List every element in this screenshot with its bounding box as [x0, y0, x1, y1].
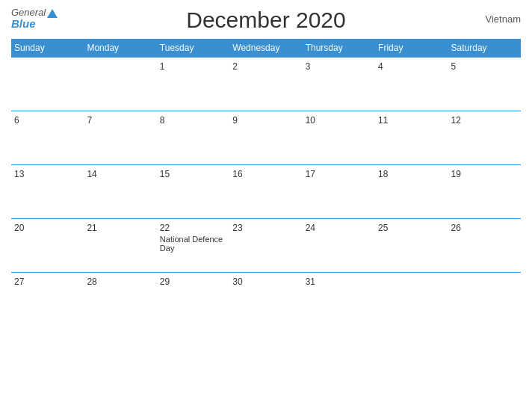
day-cell	[84, 58, 156, 111]
day-cell: 5	[448, 58, 521, 111]
day-cell: 21	[84, 219, 156, 273]
week-row-4: 202122National Defence Day23242526	[11, 219, 521, 273]
day-number: 31	[306, 276, 372, 287]
day-cell: 16	[229, 165, 302, 219]
calendar-container: General Blue December 2020 Vietnam Sunda…	[0, 0, 532, 411]
logo: General Blue	[11, 7, 58, 29]
logo-triangle-icon	[47, 9, 58, 18]
day-number: 29	[160, 276, 226, 287]
day-cell: 15	[157, 165, 229, 219]
day-cell: 8	[157, 111, 229, 165]
day-number: 24	[306, 223, 372, 233]
day-cell: 6	[11, 111, 84, 165]
weekday-header-row: Sunday Monday Tuesday Wednesday Thursday…	[11, 39, 521, 58]
day-cell: 25	[375, 219, 448, 273]
col-monday: Monday	[84, 39, 156, 58]
day-number: 8	[160, 115, 226, 126]
day-number: 15	[160, 169, 226, 179]
country-label: Vietnam	[486, 13, 521, 25]
day-number: 4	[378, 61, 445, 72]
day-number: 22	[160, 223, 226, 233]
day-number: 16	[232, 169, 299, 179]
week-row-1: 12345	[11, 58, 521, 111]
day-cell: 4	[375, 58, 448, 111]
day-number: 10	[306, 115, 372, 126]
day-number: 17	[306, 169, 372, 179]
day-cell: 30	[229, 273, 302, 318]
day-number: 7	[87, 115, 153, 126]
day-cell: 26	[448, 219, 521, 273]
day-number: 19	[451, 169, 518, 179]
calendar-table: Sunday Monday Tuesday Wednesday Thursday…	[11, 39, 521, 318]
day-cell: 1	[157, 58, 229, 111]
day-number: 30	[232, 276, 299, 287]
day-cell: 29	[157, 273, 229, 318]
day-number: 1	[160, 61, 226, 72]
day-number: 12	[451, 115, 518, 126]
day-number: 9	[232, 115, 299, 126]
day-number: 27	[14, 276, 81, 287]
day-cell: 22National Defence Day	[157, 219, 229, 273]
day-number: 2	[232, 61, 299, 72]
day-number: 23	[232, 223, 299, 233]
day-cell: 27	[11, 273, 84, 318]
day-cell: 24	[303, 219, 375, 273]
day-cell	[448, 273, 521, 318]
day-number: 3	[306, 61, 372, 72]
week-row-2: 6789101112	[11, 111, 521, 165]
day-cell: 9	[229, 111, 302, 165]
week-row-3: 13141516171819	[11, 165, 521, 219]
day-cell: 23	[229, 219, 302, 273]
day-cell	[375, 273, 448, 318]
day-cell	[11, 58, 84, 111]
col-tuesday: Tuesday	[157, 39, 229, 58]
day-cell: 3	[303, 58, 375, 111]
col-friday: Friday	[375, 39, 448, 58]
logo-general-text: General	[11, 7, 58, 18]
day-cell: 18	[375, 165, 448, 219]
day-cell: 10	[303, 111, 375, 165]
day-cell: 19	[448, 165, 521, 219]
week-row-5: 2728293031	[11, 273, 521, 318]
logo-blue-text: Blue	[11, 18, 58, 29]
day-cell: 2	[229, 58, 302, 111]
day-cell: 28	[84, 273, 156, 318]
col-thursday: Thursday	[303, 39, 375, 58]
col-sunday: Sunday	[11, 39, 84, 58]
col-saturday: Saturday	[448, 39, 521, 58]
day-number: 14	[87, 169, 153, 179]
day-cell: 11	[375, 111, 448, 165]
col-wednesday: Wednesday	[229, 39, 302, 58]
day-cell: 14	[84, 165, 156, 219]
day-number: 28	[87, 276, 153, 287]
day-cell: 20	[11, 219, 84, 273]
day-number: 18	[378, 169, 445, 179]
day-cell: 12	[448, 111, 521, 165]
calendar-title: December 2020	[186, 7, 345, 33]
day-number: 21	[87, 223, 153, 233]
calendar-header: General Blue December 2020 Vietnam	[11, 7, 521, 33]
day-number: 5	[451, 61, 518, 72]
day-number: 20	[14, 223, 81, 233]
day-number: 13	[14, 169, 81, 179]
day-number: 26	[451, 223, 518, 233]
event-label: National Defence Day	[160, 235, 226, 253]
day-cell: 31	[303, 273, 375, 318]
day-cell: 13	[11, 165, 84, 219]
day-number: 11	[378, 115, 445, 126]
day-number: 25	[378, 223, 445, 233]
day-cell: 17	[303, 165, 375, 219]
day-number: 6	[14, 115, 81, 126]
day-cell: 7	[84, 111, 156, 165]
